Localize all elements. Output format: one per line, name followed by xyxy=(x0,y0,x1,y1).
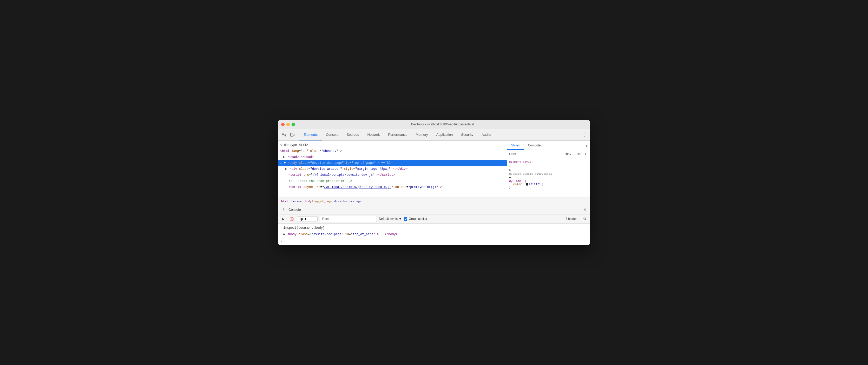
svg-rect-1 xyxy=(290,133,293,136)
script1-line[interactable]: <script src="/wf-local/scripts/devsite-d… xyxy=(278,172,507,178)
console-filter-input[interactable] xyxy=(320,216,377,222)
body-style-selector: o xyxy=(509,176,588,179)
doctype-line: <!doctype html> xyxy=(278,142,507,148)
styles-content: element.style { } b devsite-google-blue.… xyxy=(507,158,590,198)
head-line[interactable]: ▶ <head>…</head> xyxy=(278,154,507,160)
devtools-tabs-bar: Elements Console Sources Network Perform… xyxy=(278,129,590,141)
tab-list: Elements Console Sources Network Perform… xyxy=(299,129,581,140)
cls-filter-button[interactable]: .cls xyxy=(574,151,582,157)
body-element-result: ▶ <body class="devsite-doc-page" id="top… xyxy=(283,232,588,237)
console-result-line: ‹ ▶ <body class="devsite-doc-page" id="t… xyxy=(278,231,590,238)
body-style-origin: b xyxy=(509,169,588,172)
right-arrow-icon: › xyxy=(280,226,282,231)
console-menu-button[interactable]: ⋮ xyxy=(280,206,286,212)
tab-more-area: ⋮ xyxy=(581,131,588,138)
console-close-button[interactable]: ✕ xyxy=(582,206,588,212)
computed-tab[interactable]: Computed xyxy=(524,143,547,150)
hidden-count: 7 hidden xyxy=(565,217,580,221)
body-style-rule: b devsite-google-blue.css:1 o dy, html {… xyxy=(509,169,588,189)
body-style-close: } xyxy=(509,186,588,189)
tab-application[interactable]: Application xyxy=(432,129,457,140)
console-section: ⋮ Console ✕ ▶ 🚫 top ▼ Default levels ▼ G… xyxy=(278,205,590,245)
body-style-origin-link[interactable]: devsite-google-blue.css:1 xyxy=(509,172,588,175)
html-line: <html lang="en" class="checkov" > xyxy=(278,148,507,154)
styles-tabs: Styles Computed » xyxy=(507,141,590,150)
group-similar-label: Group similar xyxy=(409,217,427,221)
breadcrumb-bar: html.checkov body#top_of_page.devsite-do… xyxy=(278,198,590,205)
group-similar-checkbox[interactable] xyxy=(404,217,407,221)
element-style-close: } xyxy=(509,164,588,167)
element-style-rule: element.style { } xyxy=(509,160,588,167)
tab-performance[interactable]: Performance xyxy=(384,129,411,140)
filter-buttons: :hov .cls + xyxy=(563,151,588,157)
titlebar: DevTools - localhost:8080/web/fundamenta… xyxy=(278,120,590,129)
device-toggle-button[interactable] xyxy=(288,131,296,139)
console-inspect-line: › inspect(document.body) xyxy=(278,225,590,232)
left-arrow-icon: ‹ xyxy=(280,233,282,237)
prompt-arrow-icon: › xyxy=(280,239,282,243)
close-button[interactable] xyxy=(281,123,285,126)
console-settings-button[interactable]: ⚙ xyxy=(582,216,588,222)
div-line[interactable]: ▶ <div class="devsite-wrapper" style="ma… xyxy=(278,166,507,172)
inspect-command: inspect(document.body) xyxy=(283,226,588,230)
levels-arrow-icon: ▼ xyxy=(399,217,402,221)
hov-filter-button[interactable]: :hov xyxy=(563,151,573,157)
devtools-icons xyxy=(280,131,296,139)
svg-rect-0 xyxy=(282,133,284,134)
traffic-lights xyxy=(281,123,295,126)
tab-console[interactable]: Console xyxy=(322,129,343,140)
svg-rect-2 xyxy=(293,134,294,136)
add-style-button[interactable]: + xyxy=(583,152,588,156)
more-tabs-button[interactable]: ⋮ xyxy=(581,131,588,138)
styles-filter-bar: :hov .cls + xyxy=(507,150,590,158)
levels-label: Default levels xyxy=(379,217,398,221)
group-similar-control: Group similar xyxy=(404,217,427,221)
levels-selector[interactable]: Default levels ▼ xyxy=(379,217,402,221)
console-title: Console xyxy=(288,208,301,211)
context-label: top xyxy=(299,217,303,221)
console-header: ⋮ Console ✕ xyxy=(278,205,590,214)
tab-audits[interactable]: Audits xyxy=(477,129,495,140)
tab-security[interactable]: Security xyxy=(457,129,477,140)
tab-memory[interactable]: Memory xyxy=(412,129,432,140)
maximize-button[interactable] xyxy=(291,123,295,126)
main-content-area: <!doctype html> <html lang="en" class="c… xyxy=(278,141,590,198)
console-output[interactable]: › inspect(document.body) ‹ ▶ <body class… xyxy=(278,224,590,245)
context-selector[interactable]: top ▼ xyxy=(297,216,317,222)
breadcrumb-html[interactable]: html.checkov xyxy=(280,199,303,203)
styles-filter-input[interactable] xyxy=(509,152,561,156)
body-line-selected[interactable]: … ▼ <body class="devsite-doc-page" id="t… xyxy=(278,160,507,166)
styles-panel: Styles Computed » :hov .cls + eleme xyxy=(507,141,590,198)
clear-console-button[interactable]: 🚫 xyxy=(288,216,295,222)
body-dy-html-selector: dy, html { xyxy=(509,180,588,183)
elements-panel[interactable]: <!doctype html> <html lang="en" class="c… xyxy=(278,141,507,198)
element-style-selector: element.style { xyxy=(509,160,588,164)
tab-elements[interactable]: Elements xyxy=(299,129,322,140)
console-toolbar: ▶ 🚫 top ▼ Default levels ▼ Group similar… xyxy=(278,214,590,224)
styles-tab[interactable]: Styles xyxy=(507,143,524,150)
console-input[interactable] xyxy=(284,239,588,243)
breadcrumb-body[interactable]: body#top_of_page.devsite-doc-page xyxy=(304,199,363,203)
console-prompt[interactable]: › xyxy=(278,238,590,244)
comment-line: <!-- loads the code prettifier --> xyxy=(278,178,507,184)
context-arrow-icon: ▼ xyxy=(304,217,307,221)
minimize-button[interactable] xyxy=(286,123,290,126)
devtools-window: DevTools - localhost:8080/web/fundamenta… xyxy=(278,120,590,245)
script2-line[interactable]: <script async src="/wf-local/scripts/pre… xyxy=(278,184,507,190)
tab-sources[interactable]: Sources xyxy=(343,129,363,140)
inspect-element-button[interactable] xyxy=(280,131,288,139)
execute-button[interactable]: ▶ xyxy=(280,216,286,222)
window-title: DevTools - localhost:8080/web/fundamenta… xyxy=(298,123,587,126)
tab-network[interactable]: Network xyxy=(363,129,384,140)
color-property[interactable]: color : #212121 ; xyxy=(509,183,588,186)
more-style-tabs[interactable]: » xyxy=(584,144,590,150)
